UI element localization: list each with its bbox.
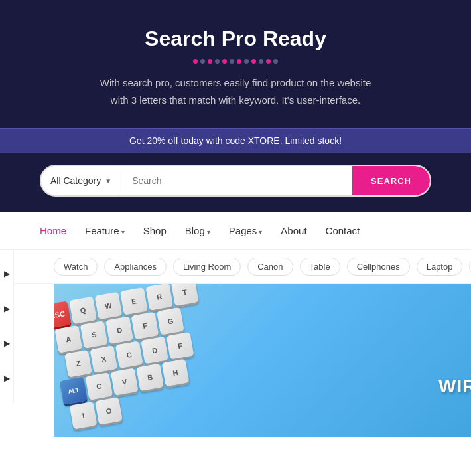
tag-table[interactable]: Table: [300, 258, 340, 276]
hero-subtitle: With search pro, customers easily find p…: [90, 74, 381, 108]
search-area: All Category ▼ SEARCH: [0, 153, 471, 212]
nav-item-shop[interactable]: Shop: [143, 225, 167, 237]
key-q: Q: [69, 297, 97, 325]
tag-cellphones[interactable]: Cellphones: [347, 258, 410, 276]
key-t: T: [171, 284, 199, 306]
key-s: S: [80, 321, 108, 349]
nav-link-home[interactable]: Home: [40, 225, 66, 236]
nav-item-pages[interactable]: Pages▾: [229, 225, 263, 237]
dot-1: [193, 59, 198, 64]
dot-7: [237, 59, 241, 64]
hero-section: Search Pro Ready With search pro, custom…: [0, 0, 471, 128]
nav-item-contact[interactable]: Contact: [326, 225, 360, 237]
key-d: D: [105, 316, 133, 344]
key-c: C: [115, 341, 143, 368]
nav-item-about[interactable]: About: [281, 225, 306, 237]
main-navigation: Home Feature▾ Shop Blog▾ Pages▾ About: [0, 212, 471, 250]
category-dropdown[interactable]: All Category ▼: [41, 166, 121, 195]
hero-dots: [13, 59, 458, 64]
search-input[interactable]: [121, 166, 352, 195]
tag-canon[interactable]: Canon: [247, 258, 293, 276]
nav-link-blog[interactable]: Blog▾: [185, 225, 210, 236]
main-content: ▶ ▶ ▶ ▶ Watch Appliances Living Room Can…: [0, 250, 471, 437]
key-g: G: [157, 307, 184, 335]
dot-6: [230, 59, 234, 64]
dot-10: [259, 59, 263, 64]
tag-laptop[interactable]: Laptop: [417, 258, 463, 276]
key-extra2: O: [95, 397, 123, 425]
nav-item-feature[interactable]: Feature▾: [85, 225, 125, 237]
sidebar-arrows: ▶ ▶ ▶ ▶: [0, 250, 14, 402]
key-a: A: [54, 325, 82, 353]
category-label: All Category: [50, 175, 101, 186]
key-z: Z: [64, 350, 92, 378]
pages-dropdown-arrow: ▾: [259, 228, 262, 236]
key-alt: ALT: [60, 377, 88, 405]
key-e: E: [120, 287, 148, 315]
sidebar-arrow-2[interactable]: ▶: [0, 302, 13, 315]
dot-2: [200, 59, 205, 64]
dot-3: [208, 59, 212, 64]
key-esc: ESC: [54, 301, 72, 329]
key-f2: F: [167, 332, 194, 360]
key-r: R: [145, 284, 173, 311]
nav-item-blog[interactable]: Blog▾: [185, 225, 210, 237]
key-h: H: [162, 359, 190, 387]
sidebar-arrow-4[interactable]: ▶: [0, 372, 13, 385]
feature-dropdown-arrow: ▾: [121, 228, 125, 236]
dot-5: [222, 59, 227, 64]
key-c2: C: [85, 372, 113, 400]
dot-4: [215, 59, 220, 64]
search-bar: All Category ▼ SEARCH: [40, 165, 431, 197]
nav-link-contact[interactable]: Contact: [326, 225, 360, 236]
sidebar-arrow-3[interactable]: ▶: [0, 337, 13, 350]
hero-title: Search Pro Ready: [13, 27, 458, 51]
dot-9: [251, 59, 256, 64]
key-w: W: [95, 292, 123, 320]
nav-item-home[interactable]: Home: [40, 225, 66, 237]
promo-text: Get 20% off today with code XTORE. Limit…: [129, 135, 342, 146]
key-b: B: [136, 363, 164, 391]
banner-area: ESC Q W E R T A S D F G Z X C: [54, 284, 471, 437]
tag-appliances[interactable]: Appliances: [104, 258, 167, 276]
banner-text-main: WIRELESS M: [438, 376, 471, 397]
key-extra1: I: [70, 402, 98, 430]
key-d2: D: [141, 337, 168, 364]
category-dropdown-arrow: ▼: [105, 177, 111, 185]
key-x: X: [90, 345, 118, 373]
nav-list: Home Feature▾ Shop Blog▾ Pages▾ About: [40, 225, 360, 237]
nav-link-feature[interactable]: Feature▾: [85, 225, 125, 236]
blog-dropdown-arrow: ▾: [207, 228, 210, 236]
nav-link-about[interactable]: About: [281, 225, 306, 236]
nav-link-pages[interactable]: Pages▾: [229, 225, 263, 236]
nav-link-shop[interactable]: Shop: [143, 225, 167, 236]
dot-11: [266, 59, 271, 64]
key-v: V: [111, 368, 139, 396]
dot-12: [273, 59, 278, 64]
dot-8: [244, 59, 249, 64]
key-f: F: [131, 312, 159, 340]
tag-livingroom[interactable]: Living Room: [173, 258, 241, 276]
search-button[interactable]: SEARCH: [352, 166, 430, 195]
tags-bar: Watch Appliances Living Room Canon Table…: [14, 250, 471, 284]
tag-watch[interactable]: Watch: [54, 258, 98, 276]
sidebar-arrow-1[interactable]: ▶: [0, 267, 13, 280]
content-right: Watch Appliances Living Room Canon Table…: [14, 250, 471, 437]
keyboard-image: ESC Q W E R T A S D F G Z X C: [54, 284, 217, 433]
promo-bar: Get 20% off today with code XTORE. Limit…: [0, 128, 471, 153]
